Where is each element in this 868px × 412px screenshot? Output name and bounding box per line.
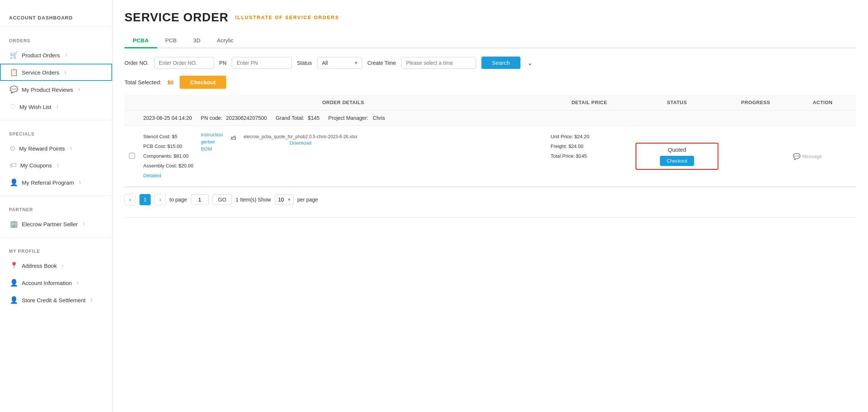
tab-pcb[interactable]: PCB <box>157 33 185 48</box>
quoted-checkout-button[interactable]: Checkout <box>660 156 694 166</box>
orders-section-title: ORDERS <box>0 31 112 46</box>
pm-value: Chris <box>373 115 385 121</box>
row-checkbox[interactable] <box>129 153 135 159</box>
pm-label: Project Manager: <box>328 115 369 121</box>
instruction-link[interactable]: instruction <box>201 132 223 137</box>
status-select[interactable]: All Quoted Pending In Progress Completed <box>317 57 362 69</box>
sidebar-item-address-book[interactable]: 📍 Address Book ℹ <box>0 257 112 274</box>
total-amount: $0 <box>167 79 174 85</box>
per-page-label: per page <box>297 197 318 203</box>
sidebar: ACCOUNT DASHBOARD ORDERS 🛒 Product Order… <box>0 0 112 412</box>
filename: elecrow_pcba_quote_for_phob2.0.5-chris-2… <box>244 133 358 140</box>
page-number-input[interactable] <box>191 194 209 205</box>
col-order-details: ORDER DETAILS <box>139 95 547 110</box>
progress-cell <box>722 126 790 187</box>
per-page-wrap: 10 20 50 ▼ <box>275 194 294 205</box>
tab-pcba[interactable]: PCBA <box>124 33 157 48</box>
col-progress: PROGRESS <box>722 95 790 110</box>
table-row: Stencil Cost: $5 PCB Cost: $15.00 Compon… <box>124 126 856 187</box>
pn-label: PN code: <box>201 115 222 121</box>
create-time-label: Create Time <box>367 60 396 66</box>
assembly-cost: Assembly Cost: $20.00 <box>143 161 193 171</box>
message-icon: 💬 <box>793 153 801 160</box>
grand-total-value: $145 <box>308 115 319 121</box>
referral-icon: 👤 <box>10 178 18 187</box>
sidebar-item-account-info[interactable]: 👤 Account Information ℹ <box>0 274 112 291</box>
search-button[interactable]: Search <box>481 57 520 69</box>
pagination: ‹ 1 › to page GO 1 Item(s) Show 10 20 50… <box>124 194 856 205</box>
order-costs: Stencil Cost: $5 PCB Cost: $15.00 Compon… <box>143 132 193 181</box>
account-dashboard-label: ACCOUNT DASHBOARD <box>0 9 112 22</box>
gerber-link[interactable]: gerber <box>201 139 223 145</box>
pn-label: PN <box>219 60 226 66</box>
expand-icon[interactable]: ⌄ <box>527 59 533 67</box>
detailed-link[interactable]: Detailed <box>143 173 161 178</box>
sidebar-item-referral[interactable]: 👤 My Referral Program ℹ <box>0 174 112 191</box>
sidebar-item-reward-points[interactable]: ⊙ My Reward Points ℹ <box>0 140 112 157</box>
partner-section-title: PARTNER <box>0 200 112 215</box>
pn-input[interactable] <box>232 57 292 69</box>
sidebar-item-store-credit[interactable]: 👤 Store Credit & Settlement ℹ <box>0 291 112 309</box>
col-action: ACTION <box>789 95 856 110</box>
tab-3d[interactable]: 3D <box>185 33 208 48</box>
stencil-cost: Stencil Cost: $5 <box>143 132 193 142</box>
order-table: ORDER DETAILS DETAIL PRICE STATUS PROGRE… <box>124 95 856 187</box>
info-icon: ℹ <box>79 180 81 185</box>
total-price: Total Price: $145 <box>550 151 628 161</box>
message-label: Message <box>802 154 822 159</box>
prev-page-button[interactable]: ‹ <box>124 194 136 205</box>
create-time-input[interactable] <box>401 57 476 69</box>
info-icon: ℹ <box>83 221 85 227</box>
freight: Freight: $24.00 <box>550 142 628 151</box>
chat-icon: 💬 <box>10 85 18 94</box>
total-bar: Total Selected: $0 Checkout <box>124 76 856 89</box>
coupon-icon: 🏷 <box>10 161 16 169</box>
sidebar-item-label: Address Book <box>22 263 57 269</box>
cart-icon: 🛒 <box>10 51 18 59</box>
status-select-wrap: All Quoted Pending In Progress Completed… <box>317 57 362 69</box>
sidebar-item-partner-seller[interactable]: 🏢 Elecrow Partner Seller ℹ <box>0 215 112 233</box>
order-no-label: Order NO. <box>124 60 149 66</box>
sidebar-item-product-orders[interactable]: 🛒 Product Orders ℹ <box>0 46 112 64</box>
building-icon: 🏢 <box>10 220 18 228</box>
next-page-button[interactable]: › <box>154 194 166 205</box>
main-content: SERVICE ORDER ILLUSTRATE OF SERVICE ORDE… <box>112 0 868 412</box>
bottom-area <box>124 217 856 240</box>
info-icon: ℹ <box>91 297 93 303</box>
sidebar-item-product-reviews[interactable]: 💬 My Product Reviews ℹ <box>0 81 112 98</box>
sidebar-item-label: Store Credit & Settlement <box>22 297 85 303</box>
checkout-button[interactable]: Checkout <box>180 76 226 89</box>
page-title: SERVICE ORDER <box>124 10 228 24</box>
to-page-label: to page <box>169 197 187 203</box>
download-link[interactable]: Download <box>290 140 312 146</box>
order-no-input[interactable] <box>154 57 214 69</box>
pcb-cost: PCB Cost: $15.00 <box>143 142 193 151</box>
per-page-select[interactable]: 10 20 50 <box>275 194 294 205</box>
info-icon: ℹ <box>65 52 67 58</box>
go-button[interactable]: GO <box>213 194 232 205</box>
info-icon: ℹ <box>62 263 64 268</box>
page-1-button[interactable]: 1 <box>139 194 151 205</box>
sidebar-item-wish-list[interactable]: ♡ My Wish List ℹ <box>0 98 112 115</box>
location-icon: 📍 <box>10 261 18 270</box>
heart-icon: ♡ <box>10 103 16 111</box>
order-links: instruction gerber BOM <box>201 132 223 152</box>
quantity: x5 <box>231 135 236 141</box>
sidebar-item-service-orders[interactable]: 📋 Service Orders ℹ <box>0 64 112 81</box>
tab-acrylic[interactable]: Acrylic <box>209 33 242 48</box>
page-header: SERVICE ORDER ILLUSTRATE OF SERVICE ORDE… <box>124 10 856 24</box>
status-quoted-label: Quoted <box>639 146 715 153</box>
specials-section-title: SPECIALS <box>0 125 112 140</box>
status-label: Status <box>297 60 312 66</box>
pn-value: 20230624207500 <box>226 115 267 121</box>
sidebar-item-coupons[interactable]: 🏷 My Coupons ℹ <box>0 157 112 174</box>
info-icon: ℹ <box>77 280 79 285</box>
table-row-header: 2023-06-25 04:14:20 PN code: 20230624207… <box>124 110 856 126</box>
credit-icon: 👤 <box>10 296 18 304</box>
bom-link[interactable]: BOM <box>201 146 223 152</box>
clipboard-icon: 📋 <box>10 68 18 76</box>
price-detail: Unit Price: $24.20 Freight: $24.00 Total… <box>550 132 628 161</box>
sidebar-item-label: My Coupons <box>20 162 52 169</box>
message-action[interactable]: 💬 Message <box>793 153 852 160</box>
info-icon: ℹ <box>57 163 59 168</box>
